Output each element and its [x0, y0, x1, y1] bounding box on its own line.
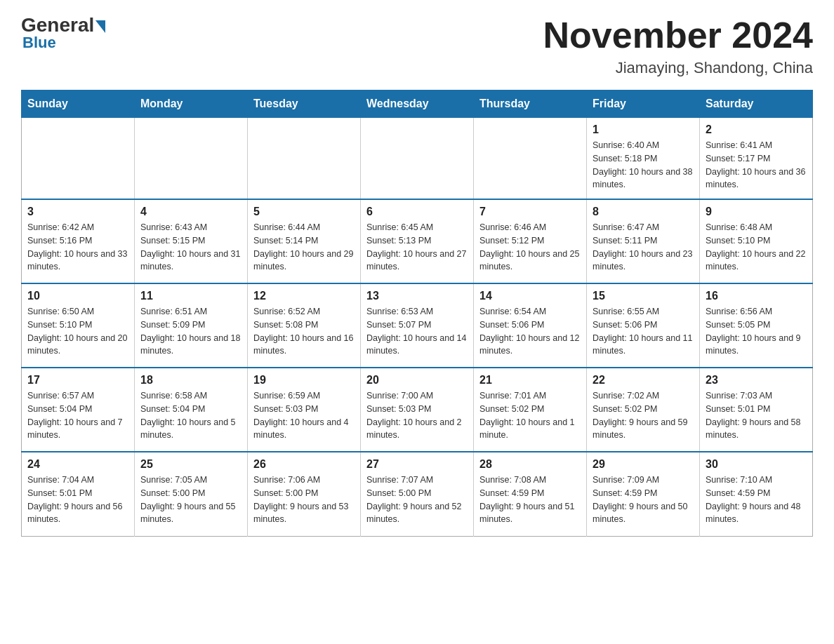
calendar-header: Sunday Monday Tuesday Wednesday Thursday…	[22, 90, 813, 118]
day-number: 14	[479, 290, 581, 302]
calendar-cell: 14Sunrise: 6:54 AMSunset: 5:06 PMDayligh…	[474, 283, 587, 368]
logo: General Blue	[21, 14, 105, 52]
day-number: 21	[479, 374, 581, 387]
calendar-cell	[361, 118, 474, 200]
day-number: 4	[140, 206, 241, 218]
calendar-body: 1Sunrise: 6:40 AMSunset: 5:18 PMDaylight…	[22, 118, 813, 537]
day-number: 2	[706, 123, 807, 136]
day-number: 16	[706, 290, 807, 302]
logo-blue-text: Blue	[22, 34, 56, 52]
calendar-cell: 15Sunrise: 6:55 AMSunset: 5:06 PMDayligh…	[587, 283, 700, 368]
calendar-cell: 25Sunrise: 7:05 AMSunset: 5:00 PMDayligh…	[135, 452, 248, 536]
calendar-cell: 26Sunrise: 7:06 AMSunset: 5:00 PMDayligh…	[248, 452, 361, 536]
calendar-cell: 16Sunrise: 6:56 AMSunset: 5:05 PMDayligh…	[700, 283, 813, 368]
calendar-cell: 1Sunrise: 6:40 AMSunset: 5:18 PMDaylight…	[587, 118, 700, 200]
day-info: Sunrise: 6:51 AMSunset: 5:09 PMDaylight:…	[140, 305, 241, 358]
day-info: Sunrise: 7:01 AMSunset: 5:02 PMDaylight:…	[479, 389, 581, 442]
calendar-week-4: 17Sunrise: 6:57 AMSunset: 5:04 PMDayligh…	[22, 368, 813, 452]
day-info: Sunrise: 6:56 AMSunset: 5:05 PMDaylight:…	[706, 305, 807, 358]
day-info: Sunrise: 7:10 AMSunset: 4:59 PMDaylight:…	[706, 474, 807, 526]
calendar-cell: 13Sunrise: 6:53 AMSunset: 5:07 PMDayligh…	[361, 283, 474, 368]
day-info: Sunrise: 7:04 AMSunset: 5:01 PMDaylight:…	[27, 474, 128, 526]
day-info: Sunrise: 6:55 AMSunset: 5:06 PMDaylight:…	[593, 305, 694, 358]
day-info: Sunrise: 6:54 AMSunset: 5:06 PMDaylight:…	[479, 305, 581, 358]
calendar-cell: 5Sunrise: 6:44 AMSunset: 5:14 PMDaylight…	[248, 199, 361, 283]
day-info: Sunrise: 7:09 AMSunset: 4:59 PMDaylight:…	[593, 474, 694, 526]
day-info: Sunrise: 6:59 AMSunset: 5:03 PMDaylight:…	[253, 389, 355, 442]
day-info: Sunrise: 6:48 AMSunset: 5:10 PMDaylight:…	[706, 221, 807, 274]
day-number: 7	[479, 206, 581, 218]
title-area: November 2024 Jiamaying, Shandong, China	[543, 14, 813, 77]
day-number: 11	[140, 290, 241, 302]
day-number: 10	[27, 290, 128, 302]
day-info: Sunrise: 6:45 AMSunset: 5:13 PMDaylight:…	[366, 221, 468, 274]
day-number: 24	[27, 458, 128, 471]
calendar-cell: 9Sunrise: 6:48 AMSunset: 5:10 PMDaylight…	[700, 199, 813, 283]
day-number: 29	[593, 458, 694, 471]
day-info: Sunrise: 6:40 AMSunset: 5:18 PMDaylight:…	[593, 139, 694, 192]
day-info: Sunrise: 6:42 AMSunset: 5:16 PMDaylight:…	[27, 221, 128, 274]
calendar-table: Sunday Monday Tuesday Wednesday Thursday…	[21, 90, 813, 537]
day-info: Sunrise: 6:44 AMSunset: 5:14 PMDaylight:…	[253, 221, 355, 274]
day-info: Sunrise: 6:52 AMSunset: 5:08 PMDaylight:…	[253, 305, 355, 358]
day-number: 26	[253, 458, 355, 471]
day-number: 12	[253, 290, 355, 302]
calendar-cell: 17Sunrise: 6:57 AMSunset: 5:04 PMDayligh…	[22, 368, 135, 452]
col-tuesday: Tuesday	[248, 90, 361, 118]
calendar-cell: 20Sunrise: 7:00 AMSunset: 5:03 PMDayligh…	[361, 368, 474, 452]
calendar-cell: 18Sunrise: 6:58 AMSunset: 5:04 PMDayligh…	[135, 368, 248, 452]
calendar-cell: 28Sunrise: 7:08 AMSunset: 4:59 PMDayligh…	[474, 452, 587, 536]
day-number: 15	[593, 290, 694, 302]
day-number: 30	[706, 458, 807, 471]
calendar-cell	[474, 118, 587, 200]
day-number: 6	[366, 206, 468, 218]
calendar-title: November 2024	[543, 14, 813, 56]
day-info: Sunrise: 6:46 AMSunset: 5:12 PMDaylight:…	[479, 221, 581, 274]
calendar-cell: 12Sunrise: 6:52 AMSunset: 5:08 PMDayligh…	[248, 283, 361, 368]
logo-arrow-icon	[95, 20, 105, 33]
col-thursday: Thursday	[474, 90, 587, 118]
col-sunday: Sunday	[22, 90, 135, 118]
day-info: Sunrise: 6:47 AMSunset: 5:11 PMDaylight:…	[593, 221, 694, 274]
calendar-cell: 7Sunrise: 6:46 AMSunset: 5:12 PMDaylight…	[474, 199, 587, 283]
day-info: Sunrise: 6:57 AMSunset: 5:04 PMDaylight:…	[27, 389, 128, 442]
calendar-cell: 21Sunrise: 7:01 AMSunset: 5:02 PMDayligh…	[474, 368, 587, 452]
calendar-week-3: 10Sunrise: 6:50 AMSunset: 5:10 PMDayligh…	[22, 283, 813, 368]
calendar-cell	[248, 118, 361, 200]
day-number: 1	[593, 123, 694, 136]
day-number: 28	[479, 458, 581, 471]
day-number: 20	[366, 374, 468, 387]
calendar-cell	[135, 118, 248, 200]
day-info: Sunrise: 6:43 AMSunset: 5:15 PMDaylight:…	[140, 221, 241, 274]
day-number: 19	[253, 374, 355, 387]
day-number: 13	[366, 290, 468, 302]
calendar-week-1: 1Sunrise: 6:40 AMSunset: 5:18 PMDaylight…	[22, 118, 813, 200]
calendar-cell: 6Sunrise: 6:45 AMSunset: 5:13 PMDaylight…	[361, 199, 474, 283]
day-info: Sunrise: 7:07 AMSunset: 5:00 PMDaylight:…	[366, 474, 468, 526]
col-saturday: Saturday	[700, 90, 813, 118]
day-info: Sunrise: 7:03 AMSunset: 5:01 PMDaylight:…	[706, 389, 807, 442]
day-info: Sunrise: 6:50 AMSunset: 5:10 PMDaylight:…	[27, 305, 128, 358]
col-wednesday: Wednesday	[361, 90, 474, 118]
header-row: Sunday Monday Tuesday Wednesday Thursday…	[22, 90, 813, 118]
calendar-cell	[22, 118, 135, 200]
day-number: 5	[253, 206, 355, 218]
calendar-cell: 8Sunrise: 6:47 AMSunset: 5:11 PMDaylight…	[587, 199, 700, 283]
calendar-cell: 4Sunrise: 6:43 AMSunset: 5:15 PMDaylight…	[135, 199, 248, 283]
calendar-cell: 29Sunrise: 7:09 AMSunset: 4:59 PMDayligh…	[587, 452, 700, 536]
day-info: Sunrise: 7:00 AMSunset: 5:03 PMDaylight:…	[366, 389, 468, 442]
day-number: 17	[27, 374, 128, 387]
calendar-cell: 22Sunrise: 7:02 AMSunset: 5:02 PMDayligh…	[587, 368, 700, 452]
day-number: 25	[140, 458, 241, 471]
col-friday: Friday	[587, 90, 700, 118]
day-number: 22	[593, 374, 694, 387]
day-number: 3	[27, 206, 128, 218]
day-info: Sunrise: 6:58 AMSunset: 5:04 PMDaylight:…	[140, 389, 241, 442]
day-info: Sunrise: 6:53 AMSunset: 5:07 PMDaylight:…	[366, 305, 468, 358]
day-info: Sunrise: 7:05 AMSunset: 5:00 PMDaylight:…	[140, 474, 241, 526]
day-number: 8	[593, 206, 694, 218]
calendar-cell: 30Sunrise: 7:10 AMSunset: 4:59 PMDayligh…	[700, 452, 813, 536]
day-number: 18	[140, 374, 241, 387]
day-info: Sunrise: 7:06 AMSunset: 5:00 PMDaylight:…	[253, 474, 355, 526]
day-info: Sunrise: 7:02 AMSunset: 5:02 PMDaylight:…	[593, 389, 694, 442]
